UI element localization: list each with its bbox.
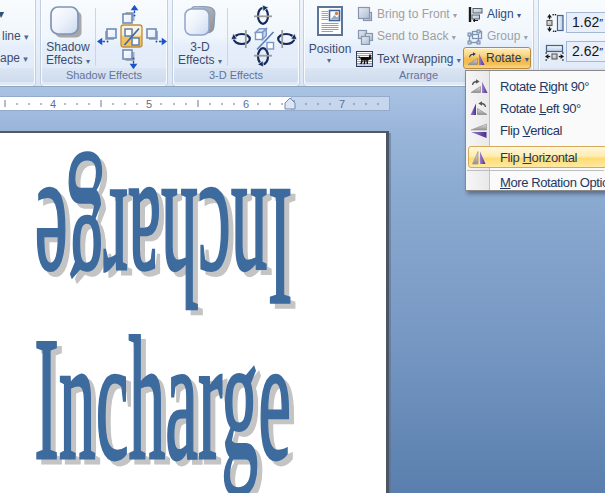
svg-text:5: 5	[146, 98, 152, 110]
svg-text:6: 6	[243, 98, 249, 110]
svg-text:Incharge: Incharge	[34, 301, 291, 493]
svg-text:4: 4	[50, 98, 56, 110]
svg-text:7: 7	[339, 98, 345, 110]
